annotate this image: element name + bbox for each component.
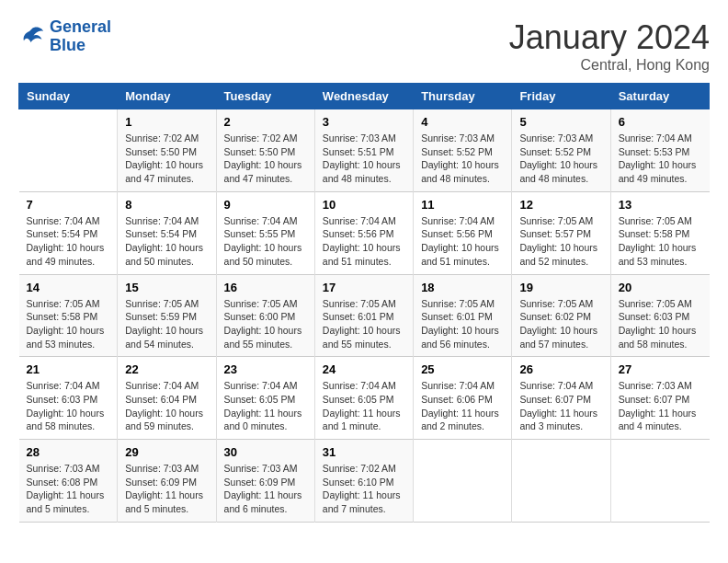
weekday-header-saturday: Saturday xyxy=(610,84,709,109)
day-number: 30 xyxy=(224,445,307,459)
day-number: 6 xyxy=(619,115,702,129)
day-number: 29 xyxy=(125,445,208,459)
day-info: Sunrise: 7:04 AMSunset: 5:56 PMDaylight:… xyxy=(421,214,504,269)
calendar-cell: 18Sunrise: 7:05 AMSunset: 6:01 PMDayligh… xyxy=(414,274,512,357)
day-info: Sunrise: 7:04 AMSunset: 6:05 PMDaylight:… xyxy=(323,379,405,433)
day-info: Sunrise: 7:04 AMSunset: 6:04 PMDaylight:… xyxy=(125,379,208,433)
week-row-5: 28Sunrise: 7:03 AMSunset: 6:08 PMDayligh… xyxy=(19,440,710,523)
day-info: Sunrise: 7:03 AMSunset: 6:09 PMDaylight:… xyxy=(224,462,307,516)
day-info: Sunrise: 7:04 AMSunset: 6:06 PMDaylight:… xyxy=(421,379,504,433)
day-info: Sunrise: 7:04 AMSunset: 6:07 PMDaylight:… xyxy=(519,379,602,433)
calendar-cell: 24Sunrise: 7:04 AMSunset: 6:05 PMDayligh… xyxy=(314,357,413,440)
weekday-header-sunday: Sunday xyxy=(19,84,118,109)
calendar-cell: 14Sunrise: 7:05 AMSunset: 5:58 PMDayligh… xyxy=(19,274,118,357)
day-number: 31 xyxy=(323,445,405,459)
weekday-header-monday: Monday xyxy=(118,84,216,109)
day-number: 24 xyxy=(323,362,405,376)
calendar-cell: 8Sunrise: 7:04 AMSunset: 5:54 PMDaylight… xyxy=(118,191,216,274)
calendar-cell: 26Sunrise: 7:04 AMSunset: 6:07 PMDayligh… xyxy=(512,357,610,440)
day-info: Sunrise: 7:02 AMSunset: 5:50 PMDaylight:… xyxy=(125,132,208,186)
calendar-cell: 4Sunrise: 7:03 AMSunset: 5:52 PMDaylight… xyxy=(414,109,512,192)
day-number: 16 xyxy=(224,281,307,294)
calendar-cell: 10Sunrise: 7:04 AMSunset: 5:56 PMDayligh… xyxy=(314,191,413,274)
weekday-header-row: SundayMondayTuesdayWednesdayThursdayFrid… xyxy=(19,84,710,109)
calendar-cell: 23Sunrise: 7:04 AMSunset: 6:05 PMDayligh… xyxy=(216,357,314,440)
calendar-cell: 27Sunrise: 7:03 AMSunset: 6:07 PMDayligh… xyxy=(610,357,709,440)
title-block: January 2024 Central, Hong Kong xyxy=(509,18,710,74)
calendar-cell xyxy=(19,109,118,192)
day-info: Sunrise: 7:05 AMSunset: 6:01 PMDaylight:… xyxy=(323,297,405,351)
day-number: 28 xyxy=(27,445,110,459)
day-info: Sunrise: 7:04 AMSunset: 5:56 PMDaylight:… xyxy=(323,214,405,269)
day-info: Sunrise: 7:02 AMSunset: 6:10 PMDaylight:… xyxy=(323,462,405,516)
calendar-cell: 25Sunrise: 7:04 AMSunset: 6:06 PMDayligh… xyxy=(414,357,512,440)
day-number: 10 xyxy=(323,198,405,212)
day-info: Sunrise: 7:05 AMSunset: 6:01 PMDaylight:… xyxy=(421,297,504,351)
week-row-3: 14Sunrise: 7:05 AMSunset: 5:58 PMDayligh… xyxy=(19,274,710,357)
day-info: Sunrise: 7:02 AMSunset: 5:50 PMDaylight:… xyxy=(224,132,307,186)
day-number: 26 xyxy=(519,362,602,376)
month-title: January 2024 xyxy=(509,18,710,57)
day-info: Sunrise: 7:03 AMSunset: 6:08 PMDaylight:… xyxy=(27,462,110,516)
weekday-header-tuesday: Tuesday xyxy=(216,84,314,109)
calendar-cell: 19Sunrise: 7:05 AMSunset: 6:02 PMDayligh… xyxy=(512,274,610,357)
calendar-cell: 13Sunrise: 7:05 AMSunset: 5:58 PMDayligh… xyxy=(610,191,709,274)
day-info: Sunrise: 7:05 AMSunset: 6:00 PMDaylight:… xyxy=(224,297,307,351)
calendar-cell: 16Sunrise: 7:05 AMSunset: 6:00 PMDayligh… xyxy=(216,274,314,357)
calendar-cell: 1Sunrise: 7:02 AMSunset: 5:50 PMDaylight… xyxy=(118,109,216,192)
calendar-cell: 20Sunrise: 7:05 AMSunset: 6:03 PMDayligh… xyxy=(610,274,709,357)
calendar-table: SundayMondayTuesdayWednesdayThursdayFrid… xyxy=(18,83,710,523)
calendar-cell: 7Sunrise: 7:04 AMSunset: 5:54 PMDaylight… xyxy=(19,191,118,274)
day-info: Sunrise: 7:05 AMSunset: 5:57 PMDaylight:… xyxy=(519,214,602,269)
day-info: Sunrise: 7:04 AMSunset: 6:03 PMDaylight:… xyxy=(27,379,110,433)
day-info: Sunrise: 7:05 AMSunset: 5:59 PMDaylight:… xyxy=(125,297,208,351)
weekday-header-thursday: Thursday xyxy=(414,84,512,109)
day-info: Sunrise: 7:04 AMSunset: 5:53 PMDaylight:… xyxy=(619,132,702,186)
day-number: 1 xyxy=(125,115,208,129)
day-number: 21 xyxy=(27,362,110,376)
day-info: Sunrise: 7:04 AMSunset: 6:05 PMDaylight:… xyxy=(224,379,307,433)
calendar-cell xyxy=(512,440,610,523)
day-number: 12 xyxy=(519,198,602,212)
day-number: 5 xyxy=(519,115,602,129)
calendar-cell: 6Sunrise: 7:04 AMSunset: 5:53 PMDaylight… xyxy=(610,109,709,192)
calendar-cell: 17Sunrise: 7:05 AMSunset: 6:01 PMDayligh… xyxy=(314,274,413,357)
week-row-2: 7Sunrise: 7:04 AMSunset: 5:54 PMDaylight… xyxy=(19,191,710,274)
day-number: 27 xyxy=(619,362,702,376)
day-info: Sunrise: 7:03 AMSunset: 5:52 PMDaylight:… xyxy=(421,132,504,186)
day-info: Sunrise: 7:05 AMSunset: 6:03 PMDaylight:… xyxy=(619,297,702,351)
location: Central, Hong Kong xyxy=(509,57,710,74)
calendar-cell: 2Sunrise: 7:02 AMSunset: 5:50 PMDaylight… xyxy=(216,109,314,192)
day-info: Sunrise: 7:05 AMSunset: 5:58 PMDaylight:… xyxy=(27,297,110,351)
day-info: Sunrise: 7:04 AMSunset: 5:54 PMDaylight:… xyxy=(125,214,208,269)
day-number: 7 xyxy=(27,198,110,212)
day-number: 2 xyxy=(224,115,307,129)
logo-icon xyxy=(18,23,46,51)
day-info: Sunrise: 7:03 AMSunset: 5:51 PMDaylight:… xyxy=(323,132,405,186)
day-number: 4 xyxy=(421,115,504,129)
day-number: 23 xyxy=(224,362,307,376)
day-number: 19 xyxy=(519,281,602,294)
day-number: 20 xyxy=(619,281,702,294)
calendar-cell: 30Sunrise: 7:03 AMSunset: 6:09 PMDayligh… xyxy=(216,440,314,523)
day-number: 14 xyxy=(27,281,110,294)
day-info: Sunrise: 7:03 AMSunset: 6:09 PMDaylight:… xyxy=(125,462,208,516)
weekday-header-friday: Friday xyxy=(512,84,610,109)
calendar-cell: 31Sunrise: 7:02 AMSunset: 6:10 PMDayligh… xyxy=(314,440,413,523)
day-info: Sunrise: 7:03 AMSunset: 6:07 PMDaylight:… xyxy=(619,379,702,433)
calendar-cell: 11Sunrise: 7:04 AMSunset: 5:56 PMDayligh… xyxy=(414,191,512,274)
day-number: 17 xyxy=(323,281,405,294)
calendar-cell: 15Sunrise: 7:05 AMSunset: 5:59 PMDayligh… xyxy=(118,274,216,357)
day-number: 11 xyxy=(421,198,504,212)
day-info: Sunrise: 7:05 AMSunset: 5:58 PMDaylight:… xyxy=(619,214,702,269)
calendar-cell: 12Sunrise: 7:05 AMSunset: 5:57 PMDayligh… xyxy=(512,191,610,274)
logo-text: General Blue xyxy=(50,18,111,55)
day-number: 15 xyxy=(125,281,208,294)
calendar-cell: 5Sunrise: 7:03 AMSunset: 5:52 PMDaylight… xyxy=(512,109,610,192)
calendar-cell: 9Sunrise: 7:04 AMSunset: 5:55 PMDaylight… xyxy=(216,191,314,274)
day-info: Sunrise: 7:05 AMSunset: 6:02 PMDaylight:… xyxy=(519,297,602,351)
week-row-4: 21Sunrise: 7:04 AMSunset: 6:03 PMDayligh… xyxy=(19,357,710,440)
week-row-1: 1Sunrise: 7:02 AMSunset: 5:50 PMDaylight… xyxy=(19,109,710,192)
day-number: 9 xyxy=(224,198,307,212)
calendar-cell: 21Sunrise: 7:04 AMSunset: 6:03 PMDayligh… xyxy=(19,357,118,440)
